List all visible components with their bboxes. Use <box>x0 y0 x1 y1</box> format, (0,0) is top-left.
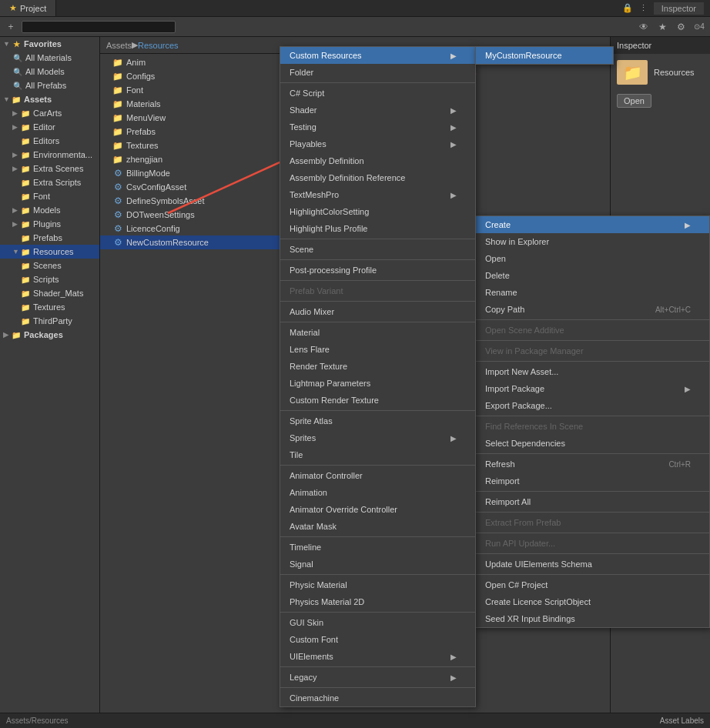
sidebar-item-shader-mats[interactable]: 📁 Shader_Mats <box>0 286 99 300</box>
project-tab[interactable]: ★ Project <box>0 0 56 16</box>
status-path: Assets/Resources <box>6 716 69 725</box>
sidebar-item-plugins[interactable]: ▶ 📁 Plugins <box>0 217 99 231</box>
asset-icon: ⚙ <box>112 209 123 220</box>
folder-icon: 📁 <box>112 71 123 82</box>
sidebar-item-prefabs[interactable]: 📁 Prefabs <box>0 231 99 245</box>
file-item-font[interactable]: 📁 Font <box>100 83 610 97</box>
folder-icon: 📁 <box>20 179 31 187</box>
add-button[interactable]: + <box>3 19 18 35</box>
folder-icon: 📁 <box>20 137 31 145</box>
left-panel: ▼ ★ Favorites 🔍 All Materials 🔍 All Mode… <box>0 37 100 727</box>
folder-icon: 📁 <box>20 317 31 326</box>
sidebar-item-textures[interactable]: 📁 Textures <box>0 300 99 314</box>
inspector-folder-info: 📁 Resources <box>611 54 710 91</box>
file-item-anim[interactable]: 📁 Anim <box>100 55 610 69</box>
file-item-textures[interactable]: 📁 Textures <box>100 139 610 152</box>
file-list: 📁 Anim 📁 Configs 📁 Font 📁 Materials 📁 Me… <box>100 54 610 251</box>
file-item-configs[interactable]: 📁 Configs <box>100 69 610 83</box>
open-button[interactable]: Open <box>617 94 651 108</box>
sidebar-item-editors[interactable]: 📁 Editors <box>0 134 99 148</box>
inspector-header: Inspector <box>611 37 710 54</box>
folder-icon: 📁 <box>20 206 31 215</box>
file-item-zhengjian[interactable]: 📁 zhengjian <box>100 152 610 166</box>
file-item-dotweensettings[interactable]: ⚙ DOTweenSettings <box>100 208 610 222</box>
assets-header[interactable]: ▼ 📁 Assets <box>0 92 99 106</box>
folder-icon: 📁 <box>20 262 31 270</box>
search-icon3: 🔍 <box>12 82 23 90</box>
folder-big-icon: 📁 <box>617 60 648 85</box>
asset-icon: ⚙ <box>112 195 123 206</box>
asset-icon: ⚙ <box>112 223 123 234</box>
folder-icon: 📁 <box>112 112 123 123</box>
asset-icon: ⚙ <box>112 168 123 179</box>
main-layout: ▼ ★ Favorites 🔍 All Materials 🔍 All Mode… <box>0 37 710 727</box>
asset-labels-button[interactable]: Asset Labels <box>660 716 704 725</box>
sidebar-item-scripts[interactable]: 📁 Scripts <box>0 272 99 286</box>
folder-icon: 📁 <box>112 154 123 165</box>
folder-icon: 📁 <box>20 234 31 242</box>
sidebar-item-scenes[interactable]: 📁 Scenes <box>0 259 99 272</box>
folder-icon: 📁 <box>20 303 31 312</box>
folder-icon: 📁 <box>112 57 123 68</box>
star-filter-icon[interactable]: ★ <box>655 19 670 35</box>
search-icon2: 🔍 <box>12 68 23 76</box>
settings-icon[interactable]: ⚙ <box>673 19 688 35</box>
folder-icon: 📁 <box>20 192 31 201</box>
breadcrumb: Assets ▶ Resources <box>100 37 610 54</box>
sidebar-item-font[interactable]: 📁 Font <box>0 189 99 203</box>
sidebar-item-cararts[interactable]: ▶ 📁 CarArts <box>0 106 99 120</box>
asset-icon: ⚙ <box>112 237 123 248</box>
star-icon: ★ <box>9 3 17 13</box>
folder-icon-assets: 📁 <box>11 95 22 104</box>
favorites-header[interactable]: ▼ ★ Favorites <box>0 37 99 51</box>
folder-icon: 📁 <box>20 151 31 159</box>
top-bar: ★ Project 🔒 ⋮ Inspector <box>0 0 710 17</box>
folder-icon: 📁 <box>20 248 31 256</box>
file-item-billingmode[interactable]: ⚙ BillingMode <box>100 166 610 180</box>
sidebar-item-all-models[interactable]: 🔍 All Models <box>0 65 99 78</box>
visibility-count: ⊙4 <box>692 19 707 35</box>
file-item-licenceconfig[interactable]: ⚙ LicenceConfig <box>100 222 610 235</box>
star-icon: ★ <box>11 40 22 48</box>
sidebar-item-resources[interactable]: ▼ 📁 Resources <box>0 245 99 259</box>
top-bar-right: 🔒 ⋮ Inspector <box>622 2 710 15</box>
folder-icon: 📁 <box>20 289 31 298</box>
file-browser: Assets ▶ Resources 📁 Anim 📁 Configs 📁 Fo… <box>100 37 610 727</box>
lock-icon: 🔒 <box>622 3 633 13</box>
folder-icon: 📁 <box>112 140 123 151</box>
sidebar-item-thirdparty[interactable]: 📁 ThirdParty <box>0 314 99 328</box>
packages-header[interactable]: ▶ 📁 Packages <box>0 328 99 342</box>
search-icon: 🔍 <box>12 54 23 62</box>
inspector-tab-label[interactable]: Inspector <box>654 2 704 15</box>
sidebar-item-environmenta[interactable]: ▶ 📁 Environmenta... <box>0 148 99 162</box>
toolbar-icons: 👁 ★ ⚙ ⊙4 <box>636 19 707 35</box>
sidebar-item-models[interactable]: ▶ 📁 Models <box>0 203 99 217</box>
file-item-menuview[interactable]: 📁 MenuView <box>100 111 610 125</box>
folder-icon: 📁 <box>20 220 31 229</box>
folder-icon: 📁 <box>112 126 123 137</box>
folder-icon: 📁 <box>112 85 123 95</box>
file-item-csvconfigasset[interactable]: ⚙ CsvConfigAsset <box>100 180 610 194</box>
sidebar-item-extra-scenes[interactable]: ▶ 📁 Extra Scenes <box>0 162 99 175</box>
file-item-newcustomresource[interactable]: ⚙ NewCustomResource <box>100 235 610 249</box>
eye-icon[interactable]: 👁 <box>636 19 651 35</box>
sidebar-item-all-materials[interactable]: 🔍 All Materials <box>0 51 99 65</box>
folder-icon: 📁 <box>11 331 22 339</box>
file-item-prefabs[interactable]: 📁 Prefabs <box>100 125 610 139</box>
toolbar: + 👁 ★ ⚙ ⊙4 <box>0 17 710 37</box>
status-bar: Assets/Resources Asset Labels <box>0 713 710 728</box>
sidebar-item-extra-scripts[interactable]: 📁 Extra Scripts <box>0 175 99 189</box>
inspector-panel: Inspector 📁 Resources Open <box>610 37 710 727</box>
sidebar-item-all-prefabs[interactable]: 🔍 All Prefabs <box>0 78 99 92</box>
folder-icon: 📁 <box>20 276 31 284</box>
dots-icon: ⋮ <box>639 3 648 13</box>
folder-icon: 📁 <box>112 99 123 109</box>
folder-icon: 📁 <box>20 123 31 132</box>
asset-icon: ⚙ <box>112 182 123 192</box>
sidebar-item-editor[interactable]: ▶ 📁 Editor <box>0 120 99 134</box>
search-input[interactable] <box>22 21 176 33</box>
folder-icon: 📁 <box>20 165 31 173</box>
file-item-materials[interactable]: 📁 Materials <box>100 97 610 111</box>
folder-icon: 📁 <box>20 109 31 118</box>
file-item-definesymbolsasset[interactable]: ⚙ DefineSymbolsAsset <box>100 194 610 208</box>
